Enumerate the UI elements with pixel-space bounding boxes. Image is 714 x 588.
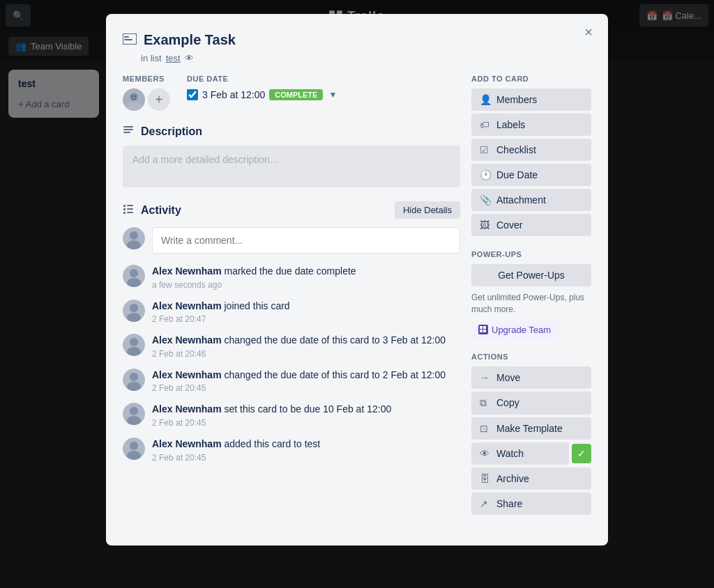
activity-text: Alex Newnham marked the due date complet… — [152, 265, 356, 279]
comment-row — [123, 227, 460, 254]
move-button[interactable]: → Move — [471, 366, 591, 389]
watch-eye-icon: 👁 — [185, 53, 194, 63]
add-member-button[interactable]: + — [148, 88, 170, 111]
activity-text: Alex Newnham changed the due date of thi… — [152, 334, 446, 348]
card-title: Example Task — [144, 31, 236, 49]
template-icon: ⊡ — [480, 423, 491, 434]
actions-section: ACTIONS → Move ⧉ Copy ⊡ Make Template — [471, 353, 591, 515]
svg-rect-14 — [127, 205, 133, 206]
activity-item: Alex Newnham set this card to be due 10 … — [123, 403, 460, 428]
watch-button[interactable]: 👁 Watch — [471, 442, 569, 465]
modal-close-button[interactable]: × — [577, 21, 600, 43]
svg-point-38 — [130, 442, 138, 450]
card-header-icon — [123, 33, 137, 47]
watch-row: 👁 Watch ✓ — [471, 442, 591, 465]
archive-button[interactable]: 🗄 Archive — [471, 467, 591, 490]
activity-avatar — [123, 265, 145, 287]
comment-input[interactable] — [152, 227, 460, 254]
svg-rect-18 — [127, 212, 133, 213]
activity-action: set this card to be due 10 Feb at 12:00 — [224, 403, 391, 415]
modal-overlay[interactable]: × Example Task in list test 👁 — [0, 0, 714, 588]
activity-action: marked the due date complete — [224, 265, 356, 277]
activity-user: Alex Newnham — [152, 334, 222, 346]
comment-user-avatar — [123, 227, 145, 249]
checklist-btn-label: Checklist — [496, 144, 536, 155]
svg-rect-41 — [480, 330, 483, 332]
svg-point-7 — [130, 93, 138, 101]
activity-avatar — [123, 334, 145, 356]
svg-rect-40 — [480, 326, 483, 329]
copy-button[interactable]: ⧉ Copy — [471, 392, 591, 415]
activity-content: Alex Newnham changed the due date of thi… — [152, 369, 446, 394]
attachment-btn-label: Attachment — [496, 194, 546, 206]
activity-content: Alex Newnham changed the due date of thi… — [152, 334, 446, 359]
activity-time: 2 Feb at 20:45 — [152, 453, 320, 463]
description-area[interactable]: Add a more detailed description... — [123, 146, 460, 187]
svg-point-8 — [132, 95, 134, 98]
checklist-button[interactable]: ☑ Checklist — [471, 139, 591, 161]
due-date-checkbox[interactable] — [187, 89, 198, 100]
activity-header-left: Activity — [123, 203, 181, 217]
modal-subtitle: in list test 👁 — [141, 53, 591, 63]
move-icon: → — [480, 372, 491, 383]
powerups-title: POWER-UPS — [471, 250, 591, 258]
modal-header: Example Task — [123, 31, 591, 49]
attachment-button[interactable]: 📎 Attachment — [471, 189, 591, 211]
share-button[interactable]: ↗ Share — [471, 493, 591, 515]
cover-button[interactable]: 🖼 Cover — [471, 214, 591, 236]
svg-rect-10 — [123, 126, 133, 127]
make-template-button[interactable]: ⊡ Make Template — [471, 417, 591, 440]
svg-rect-43 — [483, 330, 486, 332]
activity-content: Alex Newnham set this card to be due 10 … — [152, 403, 391, 428]
checklist-icon: ☑ — [480, 144, 491, 155]
activity-time: 2 Feb at 20:47 — [152, 314, 290, 324]
activity-list: Alex Newnham marked the due date complet… — [123, 265, 460, 463]
svg-rect-12 — [123, 132, 130, 133]
activity-action: changed the due date of this card to 2 F… — [224, 369, 446, 380]
share-icon: ↗ — [480, 498, 491, 509]
activity-user: Alex Newnham — [152, 300, 222, 311]
members-button[interactable]: 👤 Members — [471, 88, 591, 111]
activity-item: Alex Newnham changed the due date of thi… — [123, 369, 460, 394]
activity-item: Alex Newnham joined this card 2 Feb at 2… — [123, 300, 460, 325]
labels-button[interactable]: 🏷 Labels — [471, 114, 591, 136]
activity-avatar — [123, 403, 145, 425]
get-powerups-button[interactable]: Get Power-Ups — [471, 264, 591, 286]
watch-btn-label: Watch — [496, 448, 524, 459]
copy-btn-label: Copy — [496, 397, 519, 408]
activity-content: Alex Newnham marked the due date complet… — [152, 265, 356, 290]
checkmark-icon: ✓ — [577, 448, 586, 459]
hide-details-button[interactable]: Hide Details — [395, 201, 460, 219]
activity-icon — [123, 203, 134, 217]
activity-text: Alex Newnham changed the due date of thi… — [152, 369, 446, 382]
member-avatar — [123, 88, 145, 111]
svg-point-26 — [130, 304, 138, 312]
activity-item: Alex Newnham changed the due date of thi… — [123, 334, 460, 359]
due-date-button[interactable]: 🕐 Due Date — [471, 164, 591, 186]
modal-main: MEMBERS — [123, 75, 460, 529]
activity-avatar — [123, 369, 145, 391]
share-btn-label: Share — [496, 498, 522, 509]
svg-rect-17 — [123, 212, 126, 214]
members-btn-label: Members — [496, 94, 537, 105]
svg-rect-3 — [124, 36, 129, 38]
activity-time: 2 Feb at 20:46 — [152, 349, 446, 359]
copy-icon: ⧉ — [480, 397, 491, 409]
description-title: Description — [141, 125, 202, 138]
upgrade-team-button[interactable]: Upgrade Team — [471, 321, 558, 339]
members-row: + — [123, 88, 170, 111]
activity-content: Alex Newnham joined this card 2 Feb at 2… — [152, 300, 290, 325]
description-header: Description — [123, 125, 460, 139]
archive-icon: 🗄 — [480, 473, 491, 484]
due-date-dropdown-button[interactable]: ▼ — [327, 88, 338, 101]
list-link[interactable]: test — [166, 53, 181, 63]
due-date-value: 3 Feb at 12:00 — [202, 89, 265, 100]
members-section: MEMBERS — [123, 75, 170, 111]
activity-user: Alex Newnham — [152, 403, 222, 415]
watch-check-button[interactable]: ✓ — [572, 444, 591, 463]
svg-point-9 — [135, 95, 137, 98]
svg-rect-16 — [127, 208, 133, 210]
description-icon — [123, 125, 134, 139]
svg-point-20 — [130, 231, 138, 240]
actions-title: ACTIONS — [471, 353, 591, 361]
